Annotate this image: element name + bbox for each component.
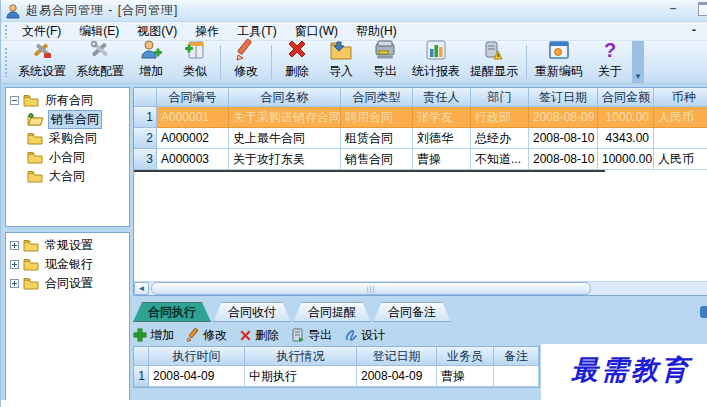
tab-contract-notes[interactable]: 合同备注	[373, 302, 451, 322]
report-chart-icon	[424, 38, 448, 62]
toolbar-button-reminder[interactable]: 提醒显示	[465, 41, 523, 83]
col-header-rownum	[134, 347, 149, 366]
col-header[interactable]: 登记日期	[357, 347, 437, 366]
edit-icon	[234, 38, 258, 62]
col-header[interactable]: 业务员	[437, 347, 494, 366]
modify-icon	[186, 328, 200, 342]
cell-department: 不知道...	[471, 149, 529, 170]
col-header[interactable]: 合同金额	[598, 88, 654, 107]
table-row[interactable]: 2 A000002 史上最牛合同 租赁合同 刘德华 总经办 2008-08-10…	[134, 128, 707, 149]
expand-icon[interactable]	[10, 241, 19, 250]
cell-contract-no: A000001	[157, 107, 229, 128]
toolbar-button-import[interactable]: 导入	[319, 41, 363, 83]
detail-export-button[interactable]: 导出	[291, 327, 332, 344]
detail-add-button[interactable]: 增加	[133, 327, 174, 344]
tab-contract-payments[interactable]: 合同收付	[213, 302, 291, 322]
scroll-left-arrow[interactable]: ◄	[134, 282, 149, 295]
detail-modify-button[interactable]: 修改	[186, 327, 227, 344]
cell-exec-status: 中期执行	[245, 366, 357, 387]
restore-button[interactable]	[698, 2, 707, 16]
tree-node-general-settings[interactable]: 常规设置	[6, 236, 129, 255]
toolbar-button-about[interactable]: ? 关于	[588, 41, 632, 83]
tab-contract-reminders[interactable]: 合同提醒	[293, 302, 371, 322]
horizontal-scrollbar[interactable]: ◄ |||	[134, 281, 707, 295]
toolbar-button-edit[interactable]: 修改	[224, 41, 268, 83]
tree-node-cash-bank[interactable]: 现金银行	[6, 255, 129, 274]
add-icon	[133, 328, 147, 342]
col-header[interactable]: 签订日期	[529, 88, 598, 107]
settings-tree-panel: 常规设置 现金银行 合同设置	[5, 232, 130, 404]
scrollbar-thumb[interactable]: |||	[151, 282, 591, 295]
cell-amount: 10000.00	[598, 149, 654, 170]
tab-strip-edge-icon[interactable]	[700, 306, 707, 318]
toolbar-label: 系统配置	[76, 63, 124, 80]
tab-contract-execution[interactable]: 合同执行	[133, 302, 211, 322]
cell-currency: 人民币	[654, 107, 707, 128]
table-row[interactable]: 3 A000003 关于攻打东吴 销售合同 曹操 不知道... 2008-08-…	[134, 149, 707, 170]
toolbar-button-system-settings[interactable]: 系统设置	[13, 41, 71, 83]
tree-node-label: 小合同	[47, 149, 87, 166]
col-header[interactable]: 币种	[654, 88, 707, 107]
export-icon	[373, 38, 397, 62]
export-small-icon	[291, 328, 305, 342]
svg-text:?: ?	[604, 39, 616, 61]
toolbar-button-recode[interactable]: 重新编码	[530, 41, 588, 83]
col-header[interactable]: 备注	[494, 347, 539, 366]
toolbar-label: 重新编码	[535, 63, 583, 80]
toolbar-overflow-button[interactable]: ▾	[632, 41, 644, 83]
cell-department: 行政部	[471, 107, 529, 128]
add-user-icon	[139, 38, 163, 62]
col-header[interactable]: 部门	[471, 88, 529, 107]
col-header[interactable]: 责任人	[413, 88, 471, 107]
tree-node-small-contracts[interactable]: 小合同	[6, 148, 129, 167]
toolbar-button-export[interactable]: 导出	[363, 41, 407, 83]
folder-icon	[23, 258, 39, 271]
detail-table-row[interactable]: 1 2008-04-09 中期执行 2008-04-09 曹操	[134, 366, 539, 387]
menu-grip	[4, 24, 9, 38]
cell-contract-type: 聘用合同	[341, 107, 413, 128]
cell-contract-type: 租赁合同	[341, 128, 413, 149]
tree-node-sales-contracts[interactable]: 销售合同	[6, 110, 129, 129]
cell-currency: 人民币	[654, 149, 707, 170]
detail-design-button[interactable]: 设计	[344, 327, 385, 344]
tree-node-purchase-contracts[interactable]: 采购合同	[6, 129, 129, 148]
toolbar-button-duplicate[interactable]: 类似	[173, 41, 217, 83]
tree-node-contract-settings[interactable]: 合同设置	[6, 274, 129, 293]
detail-delete-button[interactable]: 删除	[239, 327, 279, 344]
row-number: 1	[134, 107, 157, 128]
toolbar-button-report[interactable]: 统计报表	[407, 41, 465, 83]
minimize-button[interactable]: –	[660, 2, 686, 18]
toolbar-button-system-config[interactable]: 系统配置	[71, 41, 129, 83]
expand-icon[interactable]	[10, 260, 19, 269]
tree-node-label: 合同设置	[43, 275, 95, 292]
import-icon	[329, 38, 353, 62]
mdi-minimize-button[interactable]: -	[692, 23, 696, 37]
row-number: 1	[134, 366, 149, 387]
toolbar-label: 统计报表	[412, 63, 460, 80]
cell-contract-name: 关于采购进销存合同	[229, 107, 341, 128]
col-header[interactable]: 合同类型	[341, 88, 413, 107]
col-header[interactable]: 执行情况	[245, 347, 357, 366]
table-row-selected[interactable]: 1 A000001 关于采购进销存合同 聘用合同 张学友 行政部 2008-08…	[134, 107, 707, 128]
detail-button-label: 增加	[150, 327, 174, 344]
toolbar-label: 关于	[598, 63, 622, 80]
toolbar-label: 系统设置	[18, 63, 66, 80]
execution-table: 执行时间 执行情况 登记日期 业务员 备注 1 2008-04-09 中期执行 …	[133, 346, 540, 388]
expand-icon[interactable]	[10, 279, 19, 288]
tree-node-all-contracts[interactable]: 所有合同	[6, 91, 129, 110]
cell-owner: 张学友	[413, 107, 471, 128]
delete-icon	[285, 38, 309, 62]
col-header[interactable]: 合同编号	[157, 88, 229, 107]
remove-icon	[239, 329, 252, 342]
toolbar-separator	[220, 45, 221, 79]
collapse-icon[interactable]	[10, 96, 19, 105]
toolbar-button-add[interactable]: 增加	[129, 41, 173, 83]
col-header[interactable]: 合同名称	[229, 88, 341, 107]
cell-amount: 4343.00	[598, 128, 654, 149]
cell-contract-name: 史上最牛合同	[229, 128, 341, 149]
toolbar-button-delete[interactable]: 删除	[275, 41, 319, 83]
tree-node-large-contracts[interactable]: 大合同	[6, 167, 129, 186]
col-header[interactable]: 执行时间	[149, 347, 245, 366]
system-config-icon	[88, 38, 112, 62]
toolbar-label: 修改	[234, 63, 258, 80]
